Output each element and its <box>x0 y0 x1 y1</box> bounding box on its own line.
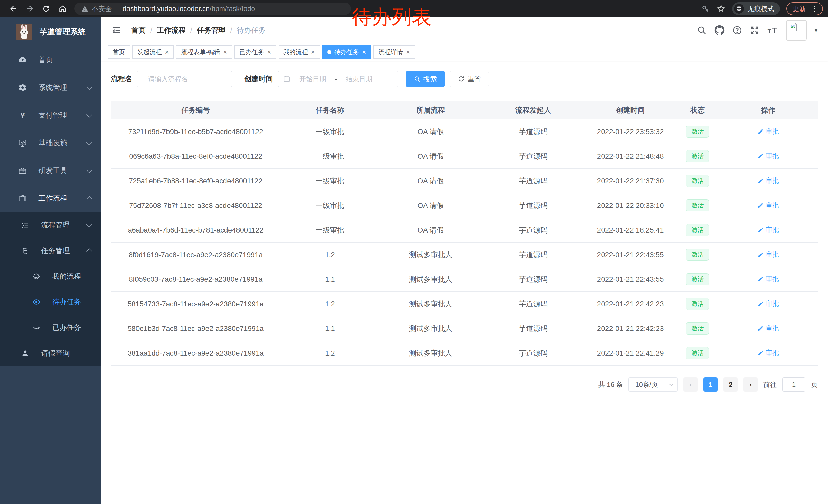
sidebar-item-payment[interactable]: ¥ 支付管理 <box>0 101 100 129</box>
approve-link[interactable]: 审批 <box>757 201 779 210</box>
sidebar-item-leave-query[interactable]: 请假查询 <box>0 340 100 366</box>
breadcrumb-workflow[interactable]: 工作流程 <box>157 26 186 35</box>
sidebar-item-done-tasks[interactable]: 已办任务 <box>0 315 100 340</box>
browser-reload-icon[interactable] <box>38 3 54 15</box>
tab-start-process[interactable]: 发起流程 × <box>132 45 174 59</box>
task-starter: 芋道源码 <box>482 299 585 309</box>
status-badge: 激活 <box>686 224 709 236</box>
column-header: 任务名称 <box>280 105 379 115</box>
browser-home-icon[interactable] <box>54 3 71 15</box>
sidebar-item-todo-tasks[interactable]: 待办任务 <box>0 289 100 315</box>
approve-link[interactable]: 审批 <box>757 127 779 136</box>
page-content: 流程名 创建时间 - 搜索 <box>100 61 828 504</box>
github-icon[interactable] <box>714 25 724 35</box>
breadcrumb-home[interactable]: 首页 <box>131 26 146 35</box>
column-header: 操作 <box>719 105 818 115</box>
approve-link[interactable]: 审批 <box>757 176 779 185</box>
sidebar-item-home[interactable]: 首页 <box>0 46 100 74</box>
task-starter: 芋道源码 <box>482 275 585 284</box>
security-label[interactable]: 不安全 <box>92 4 112 13</box>
tab-home[interactable]: 首页 <box>108 45 130 59</box>
goto-page-input[interactable] <box>782 377 805 392</box>
filter-form: 流程名 创建时间 - 搜索 <box>111 71 818 87</box>
task-id: 580e1b3d-7ac8-11ec-a9e2-a2380e71991a <box>111 325 280 333</box>
column-header: 任务编号 <box>111 105 280 115</box>
date-range-picker[interactable]: - <box>278 71 398 87</box>
sidebar-item-infra[interactable]: 基础设施 <box>0 129 100 157</box>
url-host[interactable]: dashboard.yudao.iocoder.cn <box>123 5 210 13</box>
svg-text:T: T <box>772 26 777 35</box>
end-date-input[interactable] <box>339 75 380 83</box>
close-icon[interactable]: × <box>362 49 366 55</box>
page-size-select[interactable]: 10条/页 <box>628 377 678 392</box>
approve-link[interactable]: 审批 <box>757 349 779 357</box>
tab-process-detail[interactable]: 流程详情 × <box>373 45 415 59</box>
start-date-input[interactable] <box>292 75 333 83</box>
task-name: 1.2 <box>280 251 379 259</box>
approve-link[interactable]: 审批 <box>757 250 779 259</box>
tab-label: 流程表单-编辑 <box>181 48 220 56</box>
font-size-icon[interactable]: TT <box>767 26 779 35</box>
browser-back-icon[interactable] <box>5 3 22 15</box>
task-process: 测试多审批人 <box>379 324 482 333</box>
tab-done-tasks[interactable]: 已办任务 × <box>235 45 276 59</box>
approve-label: 审批 <box>766 201 779 210</box>
breadcrumb-task-mgmt[interactable]: 任务管理 <box>197 26 226 35</box>
approve-link[interactable]: 审批 <box>757 225 779 234</box>
close-icon[interactable]: × <box>267 49 271 55</box>
sidebar-item-label: 已办任务 <box>52 323 91 332</box>
sidebar-item-my-process[interactable]: 我的流程 <box>0 264 100 289</box>
sidebar-item-system[interactable]: 系统管理 <box>0 74 100 101</box>
table-row: 725a1eb6-7b88-11ec-8ef0-acde48001122 一级审… <box>111 169 818 193</box>
address-bar[interactable]: 不安全 dashboard.yudao.iocoder.cn /bpm/task… <box>74 3 351 15</box>
close-icon[interactable]: × <box>165 49 169 55</box>
browser-update-button[interactable]: 更新 ⋮ <box>786 2 823 15</box>
sidebar-collapse-icon[interactable] <box>109 23 124 37</box>
task-create-time: 2022-01-21 22:42:23 <box>584 300 676 308</box>
sidebar-item-process-mgmt[interactable]: 流程管理 <box>0 212 100 238</box>
prev-page-button[interactable]: ‹ <box>683 377 698 392</box>
column-header: 创建时间 <box>584 105 676 115</box>
avatar[interactable] <box>786 20 807 41</box>
approve-link[interactable]: 审批 <box>757 324 779 333</box>
help-icon[interactable] <box>732 26 742 35</box>
tree-list-icon <box>20 221 30 229</box>
fullscreen-icon[interactable] <box>750 26 759 35</box>
sidebar-item-task-mgmt[interactable]: 任务管理 <box>0 238 100 264</box>
reset-button[interactable]: 重置 <box>450 71 489 87</box>
page-button-1[interactable]: 1 <box>703 377 718 392</box>
pagination-total: 共 16 条 <box>598 380 623 389</box>
browser-forward-icon[interactable] <box>22 3 38 15</box>
url-path[interactable]: /bpm/task/todo <box>210 5 255 13</box>
tab-form-edit[interactable]: 流程表单-编辑 × <box>176 45 232 59</box>
page-button-2[interactable]: 2 <box>723 377 738 392</box>
update-label[interactable]: 更新 <box>793 4 806 13</box>
table-row: 8f0d1619-7ac8-11ec-a9e2-a2380e71991a 1.2… <box>111 242 818 267</box>
sidebar-item-label: 系统管理 <box>38 83 87 93</box>
close-icon[interactable]: × <box>311 49 315 55</box>
close-icon[interactable]: × <box>406 49 410 55</box>
search-icon[interactable] <box>697 26 707 35</box>
approve-link[interactable]: 审批 <box>757 299 779 308</box>
avatar-caret-icon[interactable]: ▾ <box>815 26 818 34</box>
approve-link[interactable]: 审批 <box>757 151 779 161</box>
task-process: 测试多审批人 <box>379 349 482 358</box>
browser-menu-icon[interactable]: ⋮ <box>811 5 818 12</box>
task-create-time: 2022-01-22 21:48:48 <box>584 152 676 161</box>
tab-my-process[interactable]: 我的流程 × <box>279 45 320 59</box>
tab-todo-tasks[interactable]: 待办任务 × <box>322 45 371 59</box>
search-button[interactable]: 搜索 <box>406 71 445 87</box>
approve-link[interactable]: 审批 <box>757 275 779 283</box>
sidebar-item-devtools[interactable]: 研发工具 <box>0 157 100 185</box>
sidebar-item-label: 我的流程 <box>52 272 91 281</box>
process-name-input[interactable] <box>142 75 232 83</box>
app-logo-row[interactable]: 芋道管理系统 <box>0 17 100 46</box>
next-page-button[interactable]: › <box>743 377 758 392</box>
task-starter: 芋道源码 <box>482 201 585 211</box>
close-icon[interactable]: × <box>223 49 227 55</box>
gear-icon <box>18 83 27 92</box>
password-key-icon[interactable] <box>701 4 710 13</box>
bookmark-star-icon[interactable] <box>717 4 726 13</box>
table-row: 73211d9d-7b9b-11ec-b5b7-acde48001122 一级审… <box>111 120 818 144</box>
sidebar-item-workflow[interactable]: 工作流程 <box>0 185 100 212</box>
